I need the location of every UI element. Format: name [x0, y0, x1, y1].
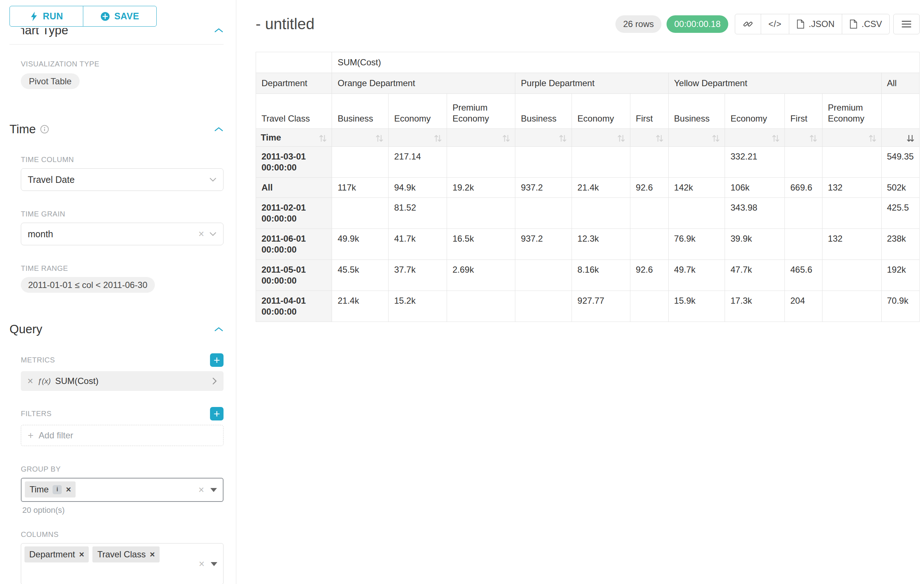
metric-header-row: SUM(Cost)	[256, 52, 920, 73]
caret-down-icon[interactable]	[211, 562, 217, 566]
save-button[interactable]: SAVE	[83, 6, 157, 26]
run-button[interactable]: RUN	[10, 6, 83, 26]
pivot-value-cell	[784, 147, 822, 178]
pivot-value-cell	[332, 198, 389, 229]
pivot-group-header: Purple Department	[515, 73, 668, 94]
plus-circle-icon	[101, 12, 110, 21]
group-by-tag[interactable]: Time i ×	[25, 482, 76, 497]
remove-tag-icon[interactable]: ×	[66, 484, 71, 495]
pivot-value-cell: 343.98	[725, 198, 785, 229]
column-sort-button[interactable]	[881, 129, 920, 147]
chart-type-heading: Chart Type	[21, 28, 68, 38]
pivot-subcolumn-header: Business	[668, 94, 725, 129]
time-column-label: TIME COLUMN	[21, 155, 223, 164]
pivot-value-cell	[822, 291, 881, 322]
pivot-value-cell: 41.7k	[389, 229, 447, 260]
chevron-up-icon[interactable]	[214, 126, 223, 132]
pivot-row-dimension-label[interactable]: Time	[256, 129, 332, 147]
clear-icon[interactable]: ×	[198, 229, 204, 239]
pivot-data-row: 2011-04-01 00:00:0021.4k15.2k927.7715.9k…	[256, 291, 920, 322]
sort-updown-icon	[319, 134, 327, 143]
caret-down-icon[interactable]	[210, 488, 217, 492]
column-sort-button[interactable]	[630, 129, 668, 147]
export-json-button[interactable]: .JSON	[789, 14, 842, 34]
pivot-data-row: 2011-02-01 00:00:0081.52343.98425.5	[256, 198, 920, 229]
pivot-value-cell: 81.52	[389, 198, 447, 229]
metrics-label: METRICS	[21, 356, 55, 364]
control-panel-scroll[interactable]: Chart Type VISUALIZATION TYPE Pivot Tabl…	[0, 26, 236, 584]
column-sort-button[interactable]	[389, 129, 447, 147]
visualization-type-value[interactable]: Pivot Table	[21, 73, 79, 89]
pivot-value-cell	[784, 229, 822, 260]
columns-tag[interactable]: Travel Class ×	[92, 546, 159, 563]
pivot-value-cell: 21.4k	[572, 178, 630, 198]
add-filter-button[interactable]: + Add filter	[21, 425, 223, 446]
view-query-button[interactable]: </>	[761, 14, 789, 34]
pivot-data-row: 2011-05-01 00:00:0045.5k37.7k2.69k8.16k9…	[256, 260, 920, 291]
column-sort-button[interactable]	[725, 129, 785, 147]
subcolumn-row: Travel ClassBusinessEconomyPremium Econo…	[256, 94, 920, 129]
plus-icon: +	[214, 408, 220, 419]
pivot-value-cell: 45.5k	[332, 260, 389, 291]
lightning-icon	[30, 12, 38, 21]
pivot-value-cell: 17.3k	[725, 291, 785, 322]
plus-icon: +	[28, 430, 34, 441]
section-divider	[10, 44, 223, 44]
column-sort-button[interactable]	[447, 129, 515, 147]
time-column-select[interactable]: Travel Date	[21, 168, 223, 191]
clear-icon[interactable]: ×	[198, 485, 204, 495]
export-button-group: </> .JSON .CSV	[735, 14, 920, 34]
sort-updown-icon	[809, 134, 817, 143]
chart-title[interactable]: - untitled	[256, 15, 314, 33]
pivot-subcolumn-header: Premium Economy	[822, 94, 881, 129]
add-filter-plus-button[interactable]: +	[210, 407, 223, 421]
sort-updown-icon	[655, 134, 663, 143]
column-sort-button[interactable]	[784, 129, 822, 147]
pivot-value-cell: 549.35	[881, 147, 920, 178]
pivot-value-cell	[515, 147, 572, 178]
column-sort-button[interactable]	[822, 129, 881, 147]
group-by-select[interactable]: Time i × ×	[21, 478, 223, 502]
columns-tag[interactable]: Department ×	[25, 546, 89, 563]
info-icon: i	[53, 485, 62, 494]
pivot-value-cell: 15.9k	[668, 291, 725, 322]
column-sort-button[interactable]	[668, 129, 725, 147]
column-sort-button[interactable]	[572, 129, 630, 147]
pivot-value-cell	[668, 198, 725, 229]
chevron-up-icon[interactable]	[214, 28, 223, 33]
pivot-value-cell	[515, 260, 572, 291]
sort-updown-icon	[712, 134, 720, 143]
pivot-value-cell: 37.7k	[389, 260, 447, 291]
pivot-value-cell	[630, 198, 668, 229]
share-link-button[interactable]	[735, 14, 761, 34]
pivot-value-cell	[822, 260, 881, 291]
pivot-value-cell	[332, 147, 389, 178]
columns-label: COLUMNS	[21, 530, 223, 539]
pivot-value-cell: 47.7k	[725, 260, 785, 291]
column-sort-button[interactable]	[515, 129, 572, 147]
add-metric-button[interactable]: +	[210, 353, 223, 367]
chevron-up-icon[interactable]	[214, 326, 223, 332]
pivot-sub-dimension-label: Travel Class	[256, 94, 332, 129]
clear-icon[interactable]: ×	[199, 559, 205, 569]
columns-select[interactable]: Department × Travel Class × ×	[21, 543, 223, 584]
save-button-label: SAVE	[114, 11, 139, 21]
chevron-right-icon[interactable]	[212, 377, 217, 385]
export-csv-button[interactable]: .CSV	[842, 14, 890, 34]
time-range-value[interactable]: 2011-01-01 ≤ col < 2011-06-30	[21, 277, 155, 293]
metric-item[interactable]: × ƒ(x) SUM(Cost)	[21, 371, 223, 391]
remove-tag-icon[interactable]: ×	[79, 549, 84, 559]
remove-metric-icon[interactable]: ×	[27, 375, 33, 387]
pivot-value-cell: 238k	[881, 229, 920, 260]
remove-tag-icon[interactable]: ×	[150, 549, 155, 559]
metric-name: SUM(Cost)	[55, 376, 99, 386]
pivot-value-cell: 39.9k	[725, 229, 785, 260]
more-options-button[interactable]	[893, 14, 920, 34]
column-sort-button[interactable]	[332, 129, 389, 147]
sort-updown-icon	[375, 134, 383, 143]
chart-type-section-clipped: Chart Type	[21, 28, 223, 41]
row-count-badge: 26 rows	[615, 15, 662, 33]
time-grain-select[interactable]: month ×	[21, 223, 223, 245]
chart-header-controls: 26 rows 00:00:00.18 </> .JSON .	[615, 14, 920, 34]
pivot-value-cell: 204	[784, 291, 822, 322]
